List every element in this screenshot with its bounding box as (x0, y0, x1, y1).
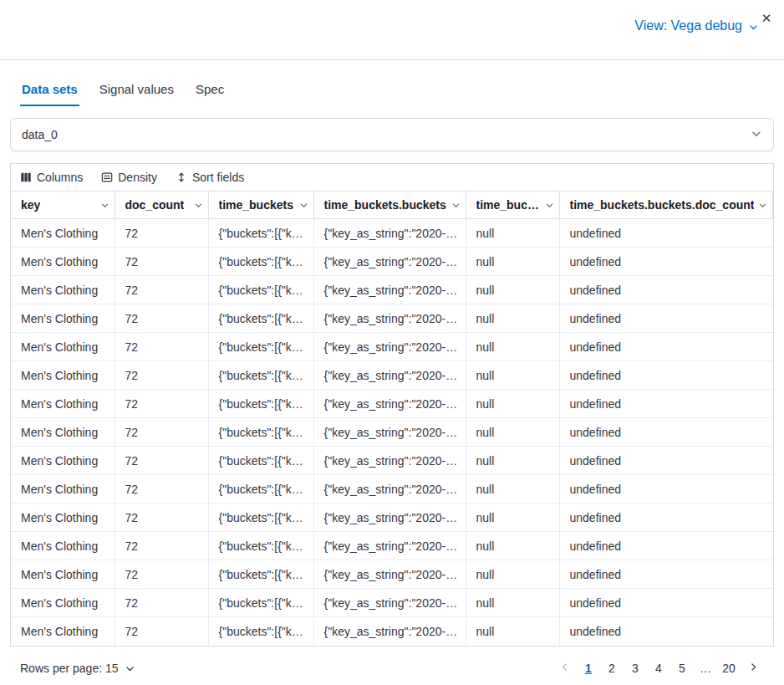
close-icon[interactable]: ✕ (756, 8, 776, 28)
table-cell[interactable]: {"key_as_string":"2020-… (313, 304, 466, 333)
table-cell[interactable]: null (466, 219, 559, 248)
table-cell[interactable]: 72 (115, 589, 208, 617)
table-cell[interactable]: {"key_as_string":"2020-… (313, 390, 466, 418)
table-cell[interactable]: Men's Clothing (11, 504, 115, 532)
table-cell[interactable]: Men's Clothing (11, 447, 115, 475)
table-cell[interactable]: 72 (115, 390, 208, 418)
table-cell[interactable]: {"buckets":[{"k… (208, 390, 313, 418)
rows-per-page-button[interactable]: Rows per page: 15 (20, 662, 135, 675)
table-cell[interactable]: 72 (115, 532, 208, 560)
table-cell[interactable]: {"buckets":[{"k… (208, 617, 313, 646)
pagination-page-3[interactable]: 3 (625, 657, 645, 679)
table-cell[interactable]: {"key_as_string":"2020-… (313, 560, 466, 589)
table-cell[interactable]: null (466, 504, 559, 532)
table-cell[interactable]: {"key_as_string":"2020-… (313, 589, 466, 617)
table-cell[interactable]: {"key_as_string":"2020-… (313, 617, 466, 646)
chevron-down-icon[interactable] (758, 201, 767, 210)
column-header-time-buckets-buckets-doc-count[interactable]: time_buckets.buckets.doc_count (559, 192, 773, 219)
table-cell[interactable]: 72 (115, 361, 208, 390)
table-cell[interactable]: undefined (559, 361, 773, 390)
table-cell[interactable]: undefined (559, 589, 773, 617)
chevron-down-icon[interactable] (100, 201, 109, 210)
table-cell[interactable]: null (466, 304, 559, 333)
table-cell[interactable]: {"buckets":[{"k… (208, 560, 313, 589)
table-cell[interactable]: {"key_as_string":"2020-… (313, 361, 466, 390)
table-cell[interactable]: {"buckets":[{"k… (208, 333, 313, 361)
table-cell[interactable]: {"buckets":[{"k… (208, 504, 313, 532)
table-cell[interactable]: null (466, 276, 559, 304)
table-cell[interactable]: {"key_as_string":"2020-… (313, 447, 466, 475)
table-cell[interactable]: {"buckets":[{"k… (208, 276, 313, 304)
table-cell[interactable]: 72 (115, 475, 208, 504)
table-cell[interactable]: Men's Clothing (11, 276, 115, 304)
table-cell[interactable]: {"key_as_string":"2020-… (313, 532, 466, 560)
table-cell[interactable]: null (466, 248, 559, 276)
table-cell[interactable]: null (466, 617, 559, 646)
pagination-page-2[interactable]: 2 (602, 657, 622, 679)
table-cell[interactable]: undefined (559, 447, 773, 475)
chevron-down-icon[interactable] (299, 201, 308, 210)
columns-button[interactable]: Columns (18, 168, 84, 187)
table-cell[interactable]: undefined (559, 333, 773, 361)
table-cell[interactable]: Men's Clothing (11, 390, 115, 418)
table-cell[interactable]: Men's Clothing (11, 617, 115, 646)
table-cell[interactable]: {"buckets":[{"k… (208, 361, 313, 390)
table-cell[interactable]: Men's Clothing (11, 532, 115, 560)
pagination-next-button[interactable] (742, 657, 764, 679)
table-cell[interactable]: {"key_as_string":"2020-… (313, 418, 466, 447)
table-cell[interactable]: {"key_as_string":"2020-… (313, 219, 466, 248)
view-selector[interactable]: View: Vega debug (634, 18, 759, 33)
tab-spec[interactable]: Spec (194, 77, 226, 106)
table-cell[interactable]: Men's Clothing (11, 304, 115, 333)
table-cell[interactable]: undefined (559, 390, 773, 418)
table-cell[interactable]: 72 (115, 504, 208, 532)
table-cell[interactable]: {"buckets":[{"k… (208, 418, 313, 447)
chevron-down-icon[interactable] (545, 201, 554, 210)
pagination-page-20[interactable]: 20 (719, 657, 739, 679)
table-cell[interactable]: 72 (115, 248, 208, 276)
table-cell[interactable]: null (466, 560, 559, 589)
tab-data-sets[interactable]: Data sets (20, 77, 79, 106)
table-cell[interactable]: null (466, 390, 559, 418)
table-cell[interactable]: undefined (559, 219, 773, 248)
table-cell[interactable]: null (466, 333, 559, 361)
table-cell[interactable]: 72 (115, 560, 208, 589)
table-cell[interactable]: Men's Clothing (11, 248, 115, 276)
table-cell[interactable]: null (466, 447, 559, 475)
table-cell[interactable]: Men's Clothing (11, 333, 115, 361)
pagination-page-5[interactable]: 5 (672, 657, 692, 679)
table-cell[interactable]: null (466, 532, 559, 560)
table-cell[interactable]: undefined (559, 304, 773, 333)
table-cell[interactable]: null (466, 475, 559, 504)
table-cell[interactable]: undefined (559, 475, 773, 504)
table-cell[interactable]: {"buckets":[{"k… (208, 475, 313, 504)
table-cell[interactable]: undefined (559, 248, 773, 276)
table-cell[interactable]: undefined (559, 617, 773, 646)
sort-fields-button[interactable]: Sort fields (174, 168, 246, 187)
table-cell[interactable]: null (466, 589, 559, 617)
pagination-prev-button[interactable] (553, 657, 575, 679)
table-cell[interactable]: undefined (559, 560, 773, 589)
table-cell[interactable]: {"buckets":[{"k… (208, 304, 313, 333)
table-cell[interactable]: 72 (115, 219, 208, 248)
table-cell[interactable]: {"buckets":[{"k… (208, 532, 313, 560)
table-cell[interactable]: {"key_as_string":"2020-… (313, 475, 466, 504)
column-header-time-buckets[interactable]: time_buckets (208, 192, 313, 219)
pagination-page-4[interactable]: 4 (649, 657, 669, 679)
table-cell[interactable]: {"buckets":[{"k… (208, 447, 313, 475)
column-header-time-buck-truncated[interactable]: time_buck… (466, 192, 559, 219)
table-cell[interactable]: 72 (115, 447, 208, 475)
chevron-down-icon[interactable] (451, 201, 461, 210)
table-cell[interactable]: null (466, 418, 559, 447)
table-cell[interactable]: 72 (115, 333, 208, 361)
table-cell[interactable]: Men's Clothing (11, 475, 115, 504)
table-cell[interactable]: {"key_as_string":"2020-… (313, 248, 466, 276)
table-cell[interactable]: {"key_as_string":"2020-… (313, 276, 466, 304)
density-button[interactable]: Density (99, 168, 159, 187)
column-header-key[interactable]: key (11, 192, 115, 219)
table-cell[interactable]: undefined (559, 504, 773, 532)
table-cell[interactable]: 72 (115, 617, 208, 646)
table-cell[interactable]: 72 (115, 418, 208, 447)
table-cell[interactable]: {"key_as_string":"2020-… (313, 333, 466, 361)
table-cell[interactable]: Men's Clothing (11, 361, 115, 390)
